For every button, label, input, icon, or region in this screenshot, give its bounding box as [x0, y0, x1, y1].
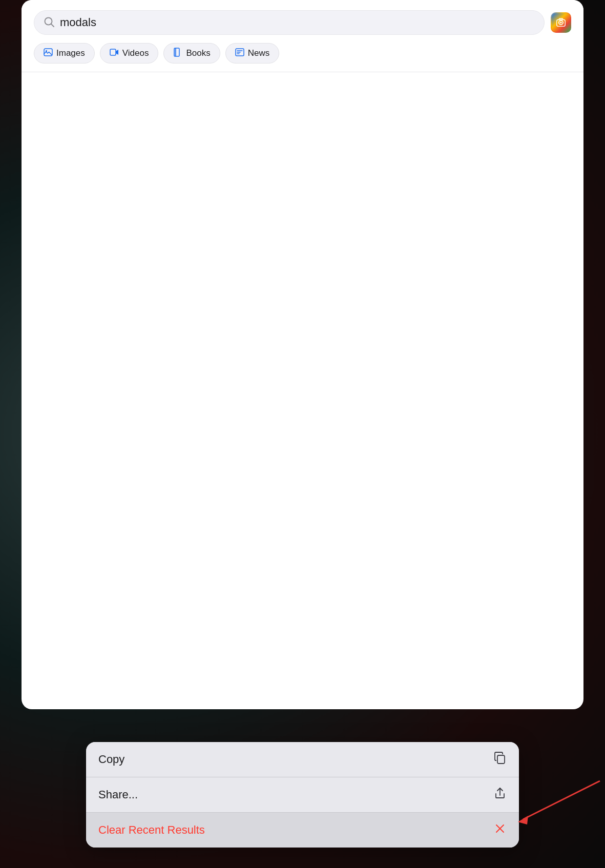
svg-line-1	[51, 24, 54, 27]
context-menu-clear[interactable]: Clear Recent Results	[86, 813, 519, 848]
camera-icon	[552, 13, 570, 32]
search-results-area	[22, 72, 583, 379]
filter-chip-videos-label: Videos	[122, 48, 149, 58]
filter-chip-books[interactable]: Books	[163, 43, 220, 63]
filter-chip-videos[interactable]: Videos	[100, 43, 159, 63]
search-bar-area: modals	[22, 0, 583, 43]
search-icon	[44, 16, 55, 29]
filter-chip-news[interactable]: News	[225, 43, 280, 63]
clear-label: Clear Recent Results	[98, 823, 205, 837]
svg-rect-10	[174, 48, 176, 56]
filter-chip-news-label: News	[248, 48, 270, 58]
svg-rect-7	[110, 49, 116, 55]
videos-icon	[110, 48, 119, 59]
svg-point-3	[560, 22, 562, 24]
copy-icon	[493, 751, 507, 768]
images-icon	[44, 48, 53, 59]
camera-lens-button[interactable]	[551, 12, 571, 33]
close-icon	[493, 822, 507, 838]
search-query: modals	[60, 16, 535, 29]
context-menu-copy[interactable]: Copy	[86, 742, 519, 777]
share-label: Share...	[98, 788, 138, 801]
filter-chips-row: Images Videos Books	[22, 43, 583, 72]
filter-chip-books-label: Books	[186, 48, 210, 58]
news-icon	[235, 48, 244, 59]
context-menu-share[interactable]: Share...	[86, 777, 519, 813]
search-bar[interactable]: modals	[34, 10, 545, 35]
svg-rect-15	[497, 755, 505, 764]
main-card: modals Images	[22, 0, 583, 709]
filter-chip-images[interactable]: Images	[34, 43, 95, 63]
context-menu: Copy Share... Clear Recent Results	[86, 742, 519, 848]
filter-chip-images-label: Images	[56, 48, 85, 58]
books-icon	[173, 48, 182, 59]
share-icon	[493, 787, 507, 803]
copy-label: Copy	[98, 753, 124, 766]
